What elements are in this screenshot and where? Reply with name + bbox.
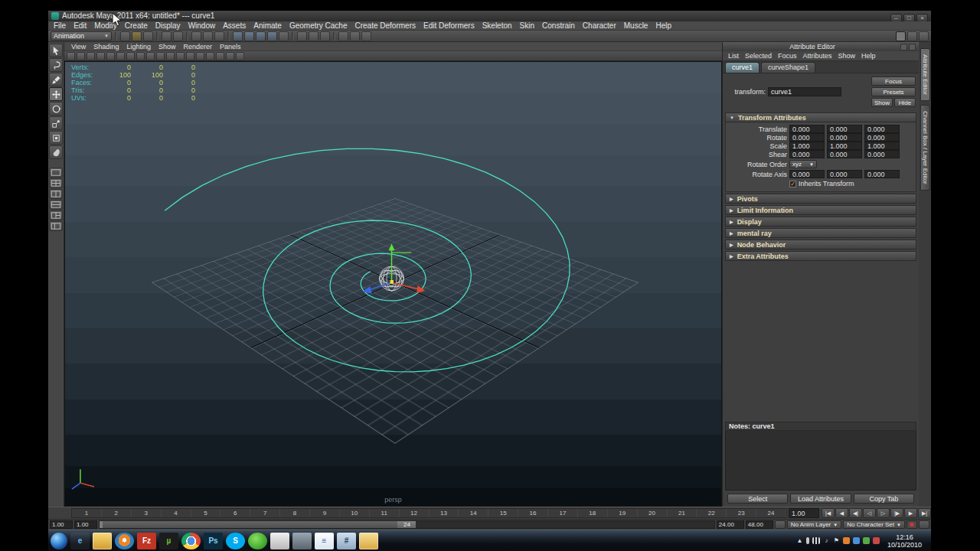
play-backwards-button[interactable]: ◁: [863, 508, 876, 518]
tab-curveshape1[interactable]: curveShape1: [761, 62, 815, 73]
notes-textarea[interactable]: [725, 431, 916, 491]
timeline-frame-18[interactable]: 18: [578, 509, 608, 517]
isolate-select-icon[interactable]: [226, 52, 234, 60]
timeline-frame-12[interactable]: 12: [400, 509, 430, 517]
ae-menu-show[interactable]: Show: [835, 52, 859, 60]
ae-menu-focus[interactable]: Focus: [775, 52, 800, 60]
timeline-frames[interactable]: 123456789101112131415161718192021222324: [71, 508, 787, 518]
single-pane-layout-button[interactable]: [49, 168, 63, 178]
safe-title-icon[interactable]: [166, 52, 175, 60]
timeline-frame-14[interactable]: 14: [459, 509, 488, 517]
timeline-frame-2[interactable]: 2: [102, 509, 132, 517]
move-tool-button[interactable]: [49, 87, 63, 101]
panel-menu-shading[interactable]: Shading: [90, 43, 122, 51]
show-hidden-icons-button[interactable]: ▲: [796, 537, 803, 544]
inherits-transform-checkbox[interactable]: ✓: [789, 181, 796, 187]
rotate-tool-button[interactable]: [49, 102, 63, 116]
four-pane-layout-button[interactable]: [49, 178, 63, 188]
render-settings-icon[interactable]: [361, 31, 371, 41]
timeline-frame-20[interactable]: 20: [638, 509, 668, 517]
menu-item-create-deformers[interactable]: Create Deformers: [351, 21, 420, 31]
animation-end-field[interactable]: 48.00: [746, 520, 773, 529]
menu-item-edit[interactable]: Edit: [70, 21, 90, 31]
timeline-frame-22[interactable]: 22: [697, 509, 727, 517]
timeline-frame-9[interactable]: 9: [310, 509, 340, 517]
textured-mode-icon[interactable]: [196, 52, 204, 60]
hide-button[interactable]: Hide: [894, 98, 916, 107]
animation-start-field[interactable]: 1.00: [50, 520, 73, 529]
input-connections-icon[interactable]: [297, 31, 307, 41]
timeline-frame-13[interactable]: 13: [430, 509, 459, 517]
timeline-frame-10[interactable]: 10: [340, 509, 370, 517]
internet-explorer-icon[interactable]: e: [70, 533, 90, 549]
show-attribute-editor-button[interactable]: [896, 31, 906, 41]
ae-section-pivots[interactable]: ▶ Pivots: [725, 194, 916, 204]
step-forward-frame-button[interactable]: ▶: [904, 508, 917, 518]
select-hierarchy-icon[interactable]: [191, 31, 201, 41]
playback-options-button[interactable]: [775, 520, 786, 529]
play-forwards-button[interactable]: ▷: [877, 508, 890, 518]
timeline-frame-11[interactable]: 11: [370, 509, 400, 517]
tray-app-blue-icon[interactable]: [853, 537, 860, 544]
scale-tool-button[interactable]: [49, 116, 63, 130]
menu-item-character[interactable]: Character: [579, 21, 620, 31]
media-player-icon[interactable]: [115, 533, 134, 549]
rotate-order-dropdown[interactable]: xyz ▼: [789, 160, 817, 168]
ae-footer-copy-tab[interactable]: Copy Tab: [854, 494, 914, 504]
perspective-viewport[interactable]: Verts: 0 0 0 Edges: 100 100 0 Faces:: [64, 61, 722, 507]
panel-menu-panels[interactable]: Panels: [216, 43, 245, 51]
lasso-tool-button[interactable]: [49, 58, 63, 72]
timeline-frame-16[interactable]: 16: [518, 509, 548, 517]
section-transform-attributes[interactable]: ▼ Transform Attributes: [725, 112, 916, 122]
soft-modification-tool-button[interactable]: [49, 145, 63, 159]
focus-button[interactable]: Focus: [871, 77, 916, 86]
node-name-field[interactable]: curve1: [768, 87, 841, 96]
step-back-frame-button[interactable]: ◀: [835, 508, 848, 518]
filezilla-icon[interactable]: Fz: [137, 533, 156, 549]
text-document-icon[interactable]: ≡: [315, 533, 334, 549]
auto-keyframe-button[interactable]: [906, 520, 917, 529]
universal-manipulator-tool-button[interactable]: [49, 131, 63, 145]
network-icon[interactable]: [812, 537, 820, 544]
output-connections-icon[interactable]: [309, 31, 318, 41]
timeline-frame-4[interactable]: 4: [162, 509, 191, 517]
menu-item-window[interactable]: Window: [185, 21, 220, 31]
gate-mask-icon[interactable]: [136, 52, 145, 60]
tray-app-red-icon[interactable]: [873, 537, 880, 544]
file-save-icon[interactable]: [143, 31, 153, 41]
range-slider-range[interactable]: [100, 521, 407, 528]
menu-item-skin[interactable]: Skin: [516, 21, 538, 31]
file-new-icon[interactable]: [120, 31, 130, 41]
panel-menu-renderer[interactable]: Renderer: [179, 43, 216, 51]
attribute-editor-dock-tab[interactable]: Attribute Editor: [920, 48, 930, 101]
tray-app-green-icon[interactable]: [863, 537, 870, 544]
grid-toggle-icon[interactable]: [106, 52, 115, 60]
white-app-icon[interactable]: [270, 533, 289, 549]
field-chart-icon[interactable]: [146, 52, 155, 60]
ae-menu-list[interactable]: List: [725, 52, 742, 60]
select-tool-button[interactable]: [49, 44, 63, 57]
timeline-frame-24[interactable]: 24: [756, 509, 786, 517]
skype-icon[interactable]: S: [226, 533, 245, 549]
menu-item-display[interactable]: Display: [152, 21, 185, 31]
ae-menu-selected[interactable]: Selected: [742, 52, 775, 60]
undo-icon[interactable]: [162, 31, 172, 41]
construction-history-icon[interactable]: [320, 31, 330, 41]
two-panes-side-layout-button[interactable]: [49, 189, 63, 199]
show-tool-settings-button[interactable]: [907, 31, 917, 41]
film-gate-icon[interactable]: [116, 52, 125, 60]
select-object-icon[interactable]: [203, 31, 213, 41]
step-forward-key-button[interactable]: |▶: [890, 508, 903, 518]
photoshop-icon[interactable]: Ps: [204, 533, 223, 549]
bookmark-icon[interactable]: [77, 52, 85, 60]
curve-path[interactable]: [165, 148, 570, 372]
ae-menu-attributes[interactable]: Attributes: [800, 52, 835, 60]
snap-to-curve-icon[interactable]: [244, 31, 254, 41]
anim-layer-dropdown[interactable]: No Anim Layer ▼: [787, 520, 841, 529]
menu-item-file[interactable]: File: [50, 21, 70, 31]
tab-curve1[interactable]: curve1: [725, 62, 760, 73]
make-live-icon[interactable]: [279, 31, 289, 41]
action-center-flag-icon[interactable]: ⚑: [833, 537, 840, 544]
snap-to-point-icon[interactable]: [256, 31, 266, 41]
menu-set-selector[interactable]: Animation ▼: [51, 31, 112, 41]
